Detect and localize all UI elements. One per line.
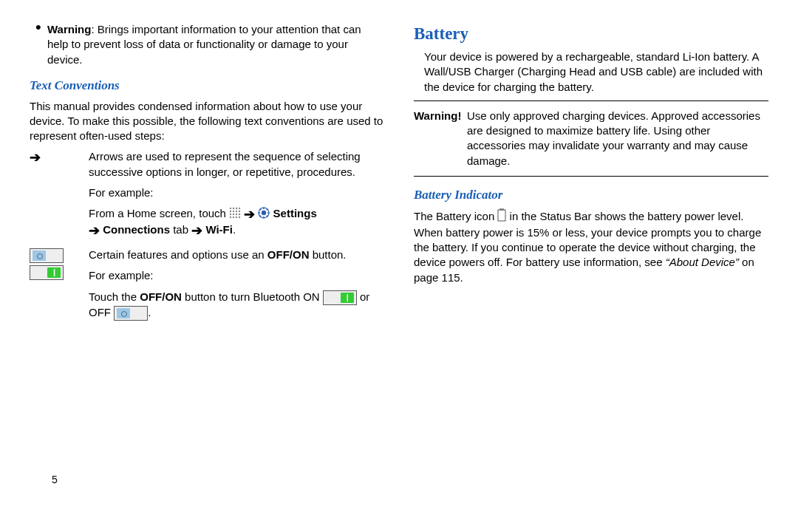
svg-point-1 xyxy=(233,207,234,208)
toggle-for-example: For example: xyxy=(89,268,384,283)
page-number: 5 xyxy=(52,473,58,487)
about-device-ref: “About Device” xyxy=(666,256,739,268)
toggle-off-icon xyxy=(30,248,64,263)
apps-icon xyxy=(229,207,241,222)
intro-paragraph: This manual provides condensed informati… xyxy=(30,99,384,144)
arrow-desc: Arrows are used to represent the sequenc… xyxy=(89,149,384,180)
battery-intro: Your device is powered by a rechargeable… xyxy=(414,50,768,95)
battery-icon xyxy=(497,208,506,225)
warning-bullet: • Warning: Brings important information … xyxy=(30,22,384,67)
svg-point-5 xyxy=(233,210,234,211)
text-conventions-heading: Text Conventions xyxy=(30,78,384,95)
warning-block-label: Warning! xyxy=(414,109,467,168)
svg-point-0 xyxy=(230,207,231,208)
left-column: • Warning: Brings important information … xyxy=(30,22,384,331)
toggle-convention-row: Certain features and options use an OFF/… xyxy=(30,248,384,327)
toggle-icons xyxy=(30,248,89,327)
svg-point-15 xyxy=(239,216,240,217)
warning-block-text: Use only approved charging devices. Appr… xyxy=(467,109,768,168)
warning-block: Warning! Use only approved charging devi… xyxy=(414,100,768,177)
svg-point-12 xyxy=(230,216,231,217)
arrow-convention-row: ➔ Arrows are used to represent the seque… xyxy=(30,149,384,243)
svg-point-14 xyxy=(236,216,237,217)
svg-point-3 xyxy=(239,207,240,208)
svg-rect-27 xyxy=(498,210,505,221)
svg-point-7 xyxy=(239,210,240,211)
battery-indicator-heading: Battery Indicator xyxy=(414,187,768,204)
right-column: Battery Your device is powered by a rech… xyxy=(414,22,768,331)
battery-indicator-text: The Battery icon in the Status Bar shows… xyxy=(414,208,768,285)
svg-point-11 xyxy=(239,213,240,214)
bullet-dot: • xyxy=(35,22,47,67)
svg-point-8 xyxy=(230,213,231,214)
arrow-for-example: For example: xyxy=(89,185,384,200)
arrow-icon: ➔ xyxy=(30,149,89,243)
toggle-off-inline-icon xyxy=(114,306,148,321)
arrow-glyph: ➔ xyxy=(244,208,255,221)
warning-label: Warning xyxy=(47,23,91,35)
svg-point-4 xyxy=(230,210,231,211)
svg-point-6 xyxy=(236,210,237,211)
toggle-on-icon xyxy=(30,265,64,280)
svg-point-17 xyxy=(262,210,266,214)
settings-icon xyxy=(258,207,270,222)
toggle-desc: Certain features and options use an OFF/… xyxy=(89,248,384,262)
battery-heading: Battery xyxy=(414,22,768,45)
toggle-on-inline-icon xyxy=(323,290,357,305)
svg-point-13 xyxy=(233,216,234,217)
toggle-example-line: Touch the OFF/ON button to turn Bluetoot… xyxy=(89,290,384,321)
arrow-example-line: From a Home screen, touch ➔ Settings ➔ C… xyxy=(89,206,384,237)
svg-point-10 xyxy=(236,213,237,214)
svg-point-2 xyxy=(236,207,237,208)
warning-text: : Brings important information to your a… xyxy=(47,23,361,66)
svg-point-9 xyxy=(233,213,234,214)
